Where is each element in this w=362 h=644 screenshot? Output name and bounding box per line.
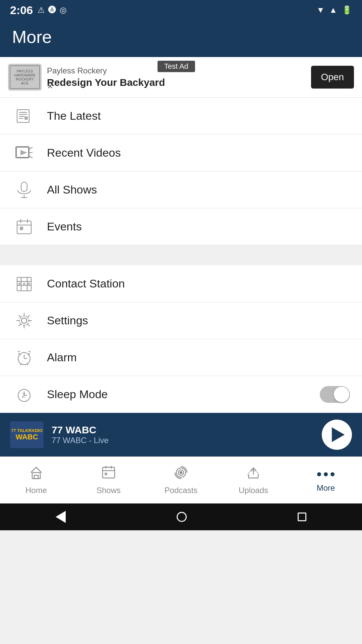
newspaper-icon bbox=[12, 104, 36, 128]
svg-rect-19 bbox=[20, 227, 23, 230]
menu-item-sleep-mode[interactable]: Z Sleep Mode bbox=[0, 376, 362, 413]
menu-item-the-latest[interactable]: The Latest bbox=[0, 98, 362, 135]
android-back-button[interactable] bbox=[56, 511, 66, 523]
circle-icon: ◎ bbox=[60, 5, 67, 15]
menu-item-events[interactable]: Events bbox=[0, 208, 362, 245]
toggle-knob bbox=[334, 387, 349, 402]
building-icon bbox=[12, 272, 36, 296]
menu-item-recent-videos[interactable]: Recent Videos bbox=[0, 135, 362, 171]
svg-line-38 bbox=[28, 351, 31, 352]
status-bar: 2:06 ⚠ 🅐 ◎ ▼ ▲ 🔋 bbox=[0, 0, 362, 20]
video-icon bbox=[12, 141, 36, 165]
menu-label-recent-videos: Recent Videos bbox=[47, 146, 121, 159]
svg-rect-12 bbox=[21, 182, 27, 192]
alarm-icon bbox=[12, 345, 36, 370]
ad-test-label: Test Ad bbox=[158, 61, 195, 72]
ad-close-icon[interactable]: ✕ bbox=[47, 82, 53, 91]
status-time: 2:06 bbox=[10, 4, 33, 17]
menu-section-2: Contact Station Se bbox=[0, 265, 362, 413]
android-home-button[interactable] bbox=[177, 512, 187, 522]
svg-rect-5 bbox=[24, 116, 28, 120]
player-station: 77 WABC bbox=[52, 424, 314, 436]
nav-item-home[interactable]: Home bbox=[0, 457, 72, 503]
player-subtitle: 77 WABC - Live bbox=[52, 436, 314, 445]
svg-line-37 bbox=[18, 351, 20, 352]
menu-label-events: Events bbox=[47, 220, 82, 233]
nav-item-shows[interactable]: Shows bbox=[72, 457, 145, 503]
signal-icon: ▲ bbox=[329, 5, 337, 15]
wifi-icon: ▼ bbox=[316, 5, 324, 15]
menu-item-contact-station[interactable]: Contact Station bbox=[0, 265, 362, 302]
svg-marker-8 bbox=[20, 150, 27, 155]
menu-label-contact-station: Contact Station bbox=[47, 277, 125, 290]
nav-label-podcasts: Podcasts bbox=[165, 486, 198, 495]
calendar-icon bbox=[12, 215, 36, 239]
android-nav-bar bbox=[0, 503, 362, 530]
microphone-icon bbox=[12, 178, 36, 202]
more-dots-icon bbox=[317, 468, 335, 481]
podcast-icon bbox=[174, 465, 188, 483]
menu-item-settings[interactable]: Settings bbox=[0, 302, 362, 339]
sleep-icon: Z bbox=[12, 382, 36, 407]
svg-rect-25 bbox=[18, 283, 20, 285]
svg-point-30 bbox=[21, 318, 27, 323]
ad-banner[interactable]: PAYLESSHARDWAREROCKERYACE Test Ad Payles… bbox=[0, 57, 362, 98]
player-bar[interactable]: 77 TALKRADIO WABC 77 WABC 77 WABC - Live bbox=[0, 413, 362, 457]
player-info: 77 WABC 77 WABC - Live bbox=[52, 424, 314, 445]
font-icon: 🅐 bbox=[48, 5, 56, 15]
play-icon bbox=[332, 427, 345, 442]
svg-rect-44 bbox=[34, 475, 38, 479]
menu-item-all-shows[interactable]: All Shows bbox=[0, 171, 362, 208]
ad-logo: PAYLESSHARDWAREROCKERYACE bbox=[8, 64, 42, 91]
svg-rect-26 bbox=[23, 283, 25, 285]
svg-rect-27 bbox=[28, 283, 30, 285]
page-header: More bbox=[0, 20, 362, 57]
menu-divider bbox=[0, 245, 362, 265]
ad-tagline: Redesign Your Backyard bbox=[47, 77, 306, 88]
alert-icon: ⚠ bbox=[38, 5, 45, 15]
nav-item-uploads[interactable]: Uploads bbox=[217, 457, 290, 503]
menu-label-all-shows: All Shows bbox=[47, 183, 97, 196]
nav-label-home: Home bbox=[25, 486, 47, 495]
menu-label-sleep-mode: Sleep Mode bbox=[47, 388, 108, 401]
battery-icon: 🔋 bbox=[342, 5, 352, 15]
svg-text:Z: Z bbox=[22, 392, 25, 399]
nav-item-more[interactable]: More bbox=[290, 457, 362, 503]
ad-open-button[interactable]: Open bbox=[311, 66, 354, 89]
home-icon bbox=[29, 465, 44, 483]
sleep-mode-left: Z Sleep Mode bbox=[12, 382, 108, 407]
menu-label-alarm: Alarm bbox=[47, 351, 77, 364]
shows-icon bbox=[101, 465, 116, 483]
svg-rect-15 bbox=[17, 221, 31, 234]
page-title: More bbox=[12, 27, 350, 47]
gear-icon bbox=[12, 309, 36, 333]
bottom-nav: Home Shows Podcasts bbox=[0, 457, 362, 503]
nav-label-uploads: Uploads bbox=[239, 486, 268, 495]
menu-label-the-latest: The Latest bbox=[47, 109, 101, 122]
nav-label-more: More bbox=[317, 483, 335, 493]
nav-label-shows: Shows bbox=[97, 486, 121, 495]
svg-point-52 bbox=[180, 472, 182, 474]
nav-item-podcasts[interactable]: Podcasts bbox=[145, 457, 217, 503]
upload-icon bbox=[246, 465, 261, 483]
menu-item-alarm[interactable]: Alarm bbox=[0, 339, 362, 376]
android-recents-button[interactable] bbox=[298, 513, 306, 521]
sleep-mode-toggle[interactable] bbox=[320, 386, 350, 403]
menu-section-1: The Latest Recent Videos All Shows bbox=[0, 98, 362, 245]
svg-rect-49 bbox=[105, 473, 107, 475]
play-button[interactable] bbox=[322, 420, 352, 450]
ad-content: Test Ad Payless Rockery Redesign Your Ba… bbox=[47, 66, 306, 88]
menu-label-settings: Settings bbox=[47, 314, 88, 327]
player-logo: 77 TALKRADIO WABC bbox=[10, 421, 44, 448]
svg-rect-45 bbox=[103, 467, 115, 478]
